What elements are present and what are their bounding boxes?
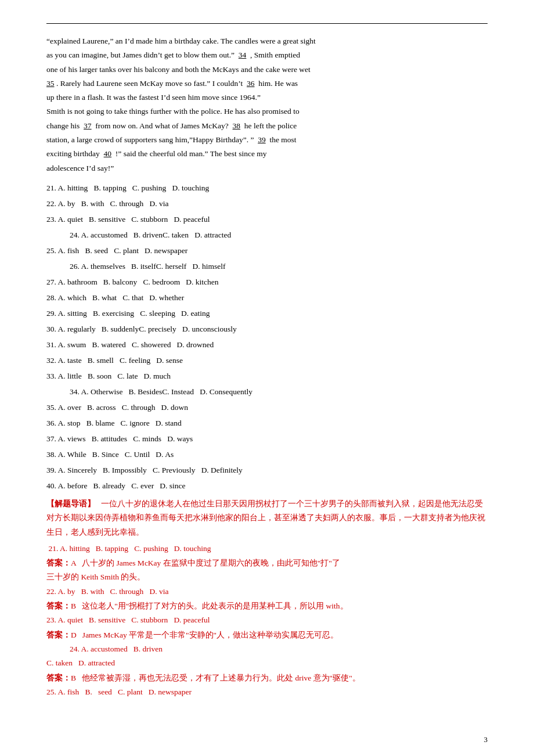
page-number: 3	[484, 735, 488, 744]
answer-25-question: 25. A. fish B. seed C. plant D. newspape…	[46, 685, 488, 699]
question-40: 40. A. before B. already C. ever D. sinc…	[46, 478, 488, 494]
question-31: 31. A. swum B. watered C. showered D. dr…	[46, 337, 488, 352]
answer-24-question-2: C. taken D. attracted	[46, 656, 488, 670]
answer-section: 【解题导语】 一位八十岁的退休老人在他过生日那天因用拐杖打了一个三十岁男子的头部…	[46, 497, 488, 699]
passage-line-4: 35 . Rarely had Laurene seen McKay move …	[46, 79, 298, 88]
passage-line-7: change his 37 from now on. And what of J…	[46, 121, 297, 130]
answer-label-22: 答案：	[46, 602, 71, 610]
answer-label-24: 答案：	[46, 674, 71, 682]
question-28: 28. A. which B. what C. that D. whether	[46, 290, 488, 305]
answer-22-question: 22. A. by B. with C. through D. via	[46, 585, 488, 599]
answer-21-label: 答案：A 八十岁的 James McKay 在监狱中度过了星期六的夜晚，由此可知…	[46, 556, 488, 570]
commentary-header: 【解题导语】 一位八十岁的退休老人在他过生日那天因用拐杖打了一个三十岁男子的头部…	[46, 497, 488, 539]
question-26: 26. A. themselves B. itselfC. herself D.…	[70, 258, 488, 274]
passage-line-9: exciting birthday 40 !” said the cheerfu…	[46, 149, 267, 158]
question-36: 36. A. stop B. blame C. ignore D. stand	[46, 415, 488, 431]
answer-label-23: 答案：	[46, 631, 71, 639]
passage-line-8: station, a large crowd of supporters san…	[46, 135, 297, 144]
answer-label-21: 答案：	[46, 559, 71, 567]
question-29: 29. A. sitting B. exercising C. sleeping…	[46, 305, 488, 321]
answer-22-label: 答案：B 这位老人"用"拐棍打了对方的头。此处表示的是用某种工具，所以用 wit…	[46, 599, 488, 613]
question-23: 23. A. quiet B. sensitive C. stubborn D.…	[46, 211, 488, 227]
answer-24-question: 24. A. accustomed B. driven	[70, 642, 488, 656]
passage-line-2: as you can imagine, but James didn’t get…	[46, 51, 300, 59]
passage-line-6: Smith is not going to take things furthe…	[46, 107, 300, 116]
questions-section: 21. A. hitting B. tapping C. pushing D. …	[46, 180, 488, 494]
question-35: 35. A. over B. across C. through D. down	[46, 399, 488, 415]
question-32: 32. A. taste B. smell C. feeling D. sens…	[46, 352, 488, 368]
passage-line-10: adolescence I’d say!”	[46, 164, 114, 172]
question-34: 34. A. Otherwise B. BesidesC. Instead D.…	[70, 384, 488, 399]
passage-line-5: up there in a flash. It was the fastest …	[46, 93, 261, 102]
passage-line-1: “explained Laurene,” an I’d made him a b…	[46, 37, 316, 45]
answer-24-label: 答案：B 他经常被弄湿，再也无法忍受，才有了上述暴力行为。此处 drive 意为…	[46, 671, 488, 685]
question-38: 38. A. While B. Since C. Until D. As	[46, 447, 488, 462]
passage-text: “explained Laurene,” an I’d made him a b…	[46, 34, 488, 175]
question-39: 39. A. Sincerely B. Impossibly C. Previo…	[46, 462, 488, 478]
question-37: 37. A. views B. attitudes C. minds D. wa…	[46, 431, 488, 447]
passage-line-3: one of his larger tanks over his balcony…	[46, 65, 311, 74]
question-22: 22. A. by B. with C. through D. via	[46, 196, 488, 211]
question-21: 21. A. hitting B. tapping C. pushing D. …	[46, 180, 488, 196]
answer-23-label: 答案：D James McKay 平常是一个非常"安静的"人，做出这种举动实属忍…	[46, 628, 488, 642]
question-24: 24. A. accustomed B. drivenC. taken D. a…	[70, 227, 488, 243]
question-25: 25. A. fish B. seed C. plant D. newspape…	[46, 243, 488, 258]
answer-23-question: 23. A. quiet B. sensitive C. stubborn D.…	[46, 613, 488, 627]
question-27: 27. A. bathroom B. balcony C. bedroom D.…	[46, 274, 488, 290]
question-30: 30. A. regularly B. suddenlyC. precisely…	[46, 321, 488, 337]
answer-21-question: 21. A. hitting B. tapping C. pushing D. …	[46, 542, 488, 556]
commentary-bracket: 【解题导语】	[46, 499, 95, 508]
top-divider	[46, 23, 488, 24]
answer-21-cont: 三十岁的 Keith Smith 的头。	[46, 570, 488, 584]
question-33: 33. A. little B. soon C. late D. much	[46, 368, 488, 384]
